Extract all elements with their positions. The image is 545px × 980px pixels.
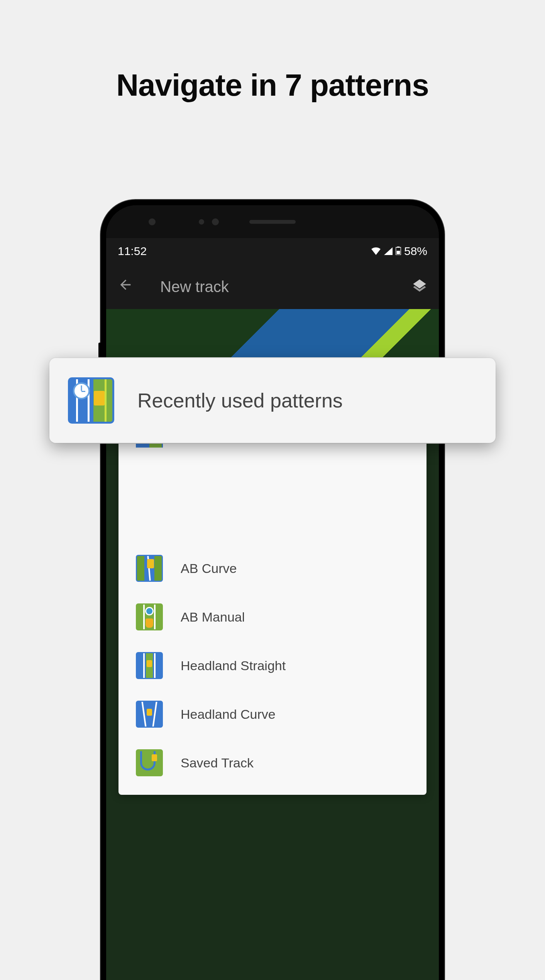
- battery-percent: 58%: [404, 245, 427, 258]
- pattern-item-headland-straight[interactable]: Headland Straight: [118, 641, 427, 690]
- pattern-label: AB Manual: [181, 610, 245, 625]
- status-time: 11:52: [118, 245, 147, 258]
- pattern-label: Headland Curve: [181, 707, 276, 722]
- pattern-label: Headland Straight: [181, 658, 286, 673]
- recent-patterns-icon: [68, 377, 114, 424]
- phone-mockup: 11:52 58% New t: [101, 200, 444, 980]
- svg-rect-2: [397, 251, 400, 254]
- ab-curve-icon: [136, 555, 163, 582]
- guidance-mode-dialog: Select tractor guidance mode AB Curve: [118, 385, 427, 795]
- highlight-label: Recently used patterns: [137, 389, 343, 412]
- ab-manual-icon: [136, 603, 163, 630]
- pattern-item-saved-track[interactable]: Saved Track: [118, 738, 427, 787]
- pattern-label: Saved Track: [181, 755, 254, 770]
- status-bar: 11:52 58%: [106, 238, 439, 264]
- layers-icon[interactable]: [412, 278, 427, 295]
- headland-straight-icon: [136, 652, 163, 679]
- page-title: Navigate in 7 patterns: [0, 0, 545, 103]
- cellular-icon: [384, 245, 393, 258]
- back-icon[interactable]: [118, 277, 133, 296]
- saved-track-icon: [136, 749, 163, 776]
- highlighted-pattern-item[interactable]: Recently used patterns: [49, 358, 496, 443]
- pattern-label: AB Curve: [181, 561, 237, 576]
- pattern-item-headland-curve[interactable]: Headland Curve: [118, 690, 427, 738]
- header-title: New track: [160, 278, 412, 296]
- pattern-item-ab-manual[interactable]: AB Manual: [118, 593, 427, 641]
- app-header: New track: [106, 264, 439, 309]
- phone-notch: [106, 205, 439, 238]
- pattern-item-ab-curve[interactable]: AB Curve: [118, 544, 427, 593]
- wifi-icon: [371, 245, 381, 258]
- headland-curve-icon: [136, 701, 163, 728]
- svg-rect-1: [397, 247, 400, 247]
- battery-icon: [396, 245, 401, 258]
